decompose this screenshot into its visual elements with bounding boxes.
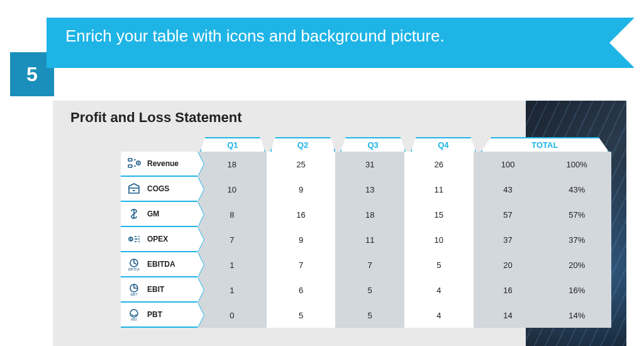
banner-text: Enrich your table with icons and backgro… [65, 26, 445, 45]
row-label: COGS [147, 184, 169, 193]
svg-rect-0 [128, 159, 132, 161]
cell: 25 [267, 152, 336, 177]
cell: 1 [197, 277, 267, 303]
table-row: GM 8 16 18 15 57 57% [121, 202, 611, 227]
cell: 20 [474, 252, 543, 277]
cell: 14% [542, 303, 611, 328]
table-row: EBIT EBIT 1 6 5 4 16 16% [121, 277, 611, 303]
cell: 6 [267, 277, 336, 303]
cell: 20% [542, 252, 611, 277]
cell: 57 [474, 202, 543, 227]
svg-rect-1 [128, 165, 132, 167]
cell: 37 [474, 227, 543, 252]
col-q4: Q4 [411, 137, 476, 152]
cell: 37% [542, 227, 611, 252]
col-q2: Q2 [270, 137, 336, 152]
pbt-icon: PBT [125, 305, 143, 324]
table-row: COGS 10 9 13 11 43 43% [121, 177, 611, 202]
col-total: TOTAL [481, 137, 609, 152]
col-q3: Q3 [340, 137, 406, 152]
cell: 9 [267, 227, 336, 252]
row-label: OPEX [147, 235, 168, 243]
cell: 100 [474, 152, 543, 177]
table-row: EBITDA EBITDA 1 7 7 5 20 20% [121, 252, 611, 277]
cell: 5 [335, 277, 404, 303]
cell: 8 [197, 202, 267, 227]
cell: 7 [267, 252, 336, 277]
cell: 57% [542, 202, 611, 227]
cogs-icon [125, 179, 143, 198]
row-label: GM [147, 209, 159, 218]
table-row: Revenue 18 25 31 26 100 100% [121, 152, 611, 177]
cell: 10 [197, 177, 267, 202]
row-head-opex: OPEX [121, 227, 197, 252]
cell: 1 [197, 252, 267, 277]
cell: 100% [542, 152, 611, 177]
cell: 4 [404, 277, 474, 303]
cell: 9 [267, 177, 336, 202]
cell: 31 [335, 152, 404, 177]
row-head-ebit: EBIT EBIT [121, 277, 197, 303]
row-head-cogs: COGS [121, 177, 197, 202]
cell: 7 [197, 227, 267, 252]
table-row: OPEX 7 9 11 10 37 37% [121, 227, 611, 252]
cell: 14 [474, 303, 543, 328]
data-rows: Revenue 18 25 31 26 100 100% COGS 10 9 1… [121, 152, 611, 328]
revenue-icon [125, 154, 143, 173]
banner-ribbon: Enrich your table with icons and backgro… [47, 18, 634, 68]
table-row: PBT PBT 0 5 5 4 14 14% [121, 303, 611, 328]
ebitda-icon: EBITDA [125, 255, 143, 274]
cell: 18 [197, 152, 267, 177]
row-head-revenue: Revenue [121, 152, 197, 177]
col-q1: Q1 [200, 137, 265, 152]
ebit-icon: EBIT [125, 280, 143, 299]
column-headers: Q1 Q2 Q3 Q4 TOTAL [197, 137, 611, 152]
cell: 26 [404, 152, 474, 177]
svg-text:EBITDA: EBITDA [128, 267, 140, 271]
cell: 16 [474, 277, 543, 303]
cell: 11 [335, 227, 404, 252]
row-label: EBITDA [147, 260, 175, 269]
cell: 15 [404, 202, 474, 227]
svg-text:PBT: PBT [131, 318, 137, 321]
cell: 10 [404, 227, 474, 252]
gm-icon [125, 204, 143, 223]
cell: 16 [267, 202, 336, 227]
row-label: Revenue [147, 159, 179, 168]
row-label: PBT [147, 310, 162, 319]
cell: 43 [474, 177, 543, 202]
svg-text:EBIT: EBIT [130, 293, 137, 296]
cell: 5 [335, 303, 404, 328]
cell: 16% [542, 277, 611, 303]
cell: 0 [197, 303, 267, 328]
cell: 4 [404, 303, 474, 328]
cell: 5 [267, 303, 336, 328]
cell: 11 [404, 177, 474, 202]
row-head-pbt: PBT PBT [121, 303, 197, 328]
cell: 5 [404, 252, 474, 277]
cell: 18 [335, 202, 404, 227]
statement-title: Profit and Loss Statement [70, 109, 242, 126]
pnl-table: Q1 Q2 Q3 Q4 TOTAL Revenue 18 25 31 26 10… [121, 137, 611, 328]
cell: 7 [335, 252, 404, 277]
row-head-ebitda: EBITDA EBITDA [121, 252, 197, 277]
cell: 43% [542, 177, 611, 202]
banner-notch [609, 18, 635, 68]
row-label: EBIT [147, 285, 164, 294]
opex-icon [125, 230, 143, 248]
cell: 13 [335, 177, 404, 202]
row-head-gm: GM [121, 202, 197, 227]
slide-body: Profit and Loss Statement Q1 Q2 Q3 Q4 TO… [53, 101, 626, 346]
